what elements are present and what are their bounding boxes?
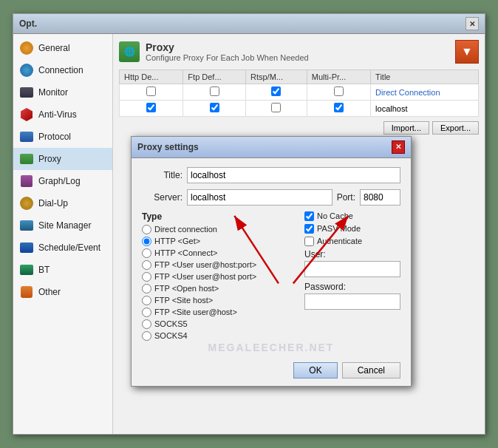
proxy-title-block: Proxy Configure Proxy For Each Job When … bbox=[146, 41, 309, 62]
connection-icon bbox=[19, 63, 34, 78]
row2-ftpdef[interactable] bbox=[183, 101, 246, 117]
radio-socks5-input[interactable] bbox=[142, 319, 151, 329]
cb-pasv: PASV Mode bbox=[304, 224, 400, 234]
radio-direct: Direct connection bbox=[142, 225, 296, 234]
row2-multi-cb[interactable] bbox=[334, 103, 344, 112]
sidebar-label-bt: BT bbox=[38, 265, 50, 275]
type-left: Type Direct connection HTTP <Get> HTTP <… bbox=[142, 211, 296, 343]
port-label: Port: bbox=[337, 192, 355, 203]
radio-ftpopen-input[interactable] bbox=[142, 284, 151, 293]
sidebar-label-graphlog: Graph/Log bbox=[38, 176, 81, 186]
col-title[interactable]: Title bbox=[371, 70, 479, 84]
radio-ftpuserport-label: FTP <User user@host port> bbox=[154, 272, 256, 281]
cb-nocache: No Cache bbox=[304, 211, 400, 221]
col-rtsp[interactable]: Rtsp/M... bbox=[245, 70, 307, 84]
radio-ftpsiteuser-input[interactable] bbox=[142, 308, 151, 317]
modal-title-bar: Proxy settings ✕ bbox=[132, 137, 411, 158]
radio-socks4-input[interactable] bbox=[142, 331, 151, 341]
row1-rtsp-cb[interactable] bbox=[271, 86, 281, 96]
row1-multi[interactable] bbox=[307, 84, 370, 101]
row1-httpde-cb[interactable] bbox=[146, 86, 156, 96]
sidebar-item-connection[interactable]: Connection bbox=[13, 59, 112, 81]
monitor-icon bbox=[19, 85, 34, 100]
radio-ftpuserhost-label: FTP <User user@host:port> bbox=[154, 260, 256, 269]
modal-close-button[interactable]: ✕ bbox=[392, 140, 405, 154]
type-options-area: Type Direct connection HTTP <Get> HTTP <… bbox=[142, 211, 400, 343]
row2-ftpdef-cb[interactable] bbox=[210, 103, 219, 112]
row1-multi-cb[interactable] bbox=[334, 86, 344, 96]
row2-httpde[interactable] bbox=[120, 101, 183, 117]
radio-httpconnect-input[interactable] bbox=[142, 248, 151, 258]
sidebar-label-connection: Connection bbox=[38, 65, 83, 75]
table-row: Direct Connection bbox=[120, 84, 479, 101]
radio-ftpuserport-input[interactable] bbox=[142, 272, 151, 282]
radio-httpconnect-label: HTTP <Connect> bbox=[154, 248, 217, 257]
sidebar-item-protocol[interactable]: Protocol bbox=[13, 126, 112, 148]
radio-socks5: SOCKS5 bbox=[142, 319, 296, 329]
server-field[interactable] bbox=[187, 189, 332, 206]
title-field[interactable] bbox=[187, 167, 400, 183]
radio-ftpuserport: FTP <User user@host port> bbox=[142, 272, 296, 282]
sidebar-item-bt[interactable]: BT bbox=[13, 259, 112, 281]
row2-multi[interactable] bbox=[307, 101, 370, 117]
proxy-settings-modal: Proxy settings ✕ Title: Server: Port: Ty… bbox=[131, 136, 412, 387]
sidebar-item-sitemanager[interactable]: Site Manager bbox=[13, 214, 112, 237]
sidebar-item-antivirus[interactable]: Anti-Virus bbox=[13, 103, 112, 126]
proxy-header: 🌐 Proxy Configure Proxy For Each Job Whe… bbox=[119, 40, 479, 64]
dialup-icon bbox=[19, 196, 34, 211]
export-button[interactable]: Export... bbox=[432, 121, 479, 135]
row1-httpde[interactable] bbox=[120, 84, 183, 101]
radio-ftpuserhost-input[interactable] bbox=[142, 260, 151, 270]
ok-button[interactable]: OK bbox=[293, 362, 337, 379]
port-field[interactable] bbox=[360, 189, 400, 206]
radio-httpget-label: HTTP <Get> bbox=[154, 237, 200, 245]
nocache-checkbox[interactable] bbox=[304, 211, 314, 221]
radio-direct-label: Direct connection bbox=[154, 225, 217, 234]
auth-checkbox[interactable] bbox=[304, 237, 314, 246]
window-close-button[interactable]: ✕ bbox=[465, 17, 479, 30]
row1-ftpdef[interactable] bbox=[183, 84, 246, 101]
sidebar-item-monitor[interactable]: Monitor bbox=[13, 81, 112, 103]
user-field[interactable] bbox=[304, 261, 400, 277]
sidebar-label-proxy: Proxy bbox=[38, 154, 61, 164]
sidebar-item-proxy[interactable]: Proxy bbox=[13, 148, 112, 170]
pasv-checkbox[interactable] bbox=[304, 224, 314, 234]
type-label: Type bbox=[142, 211, 296, 222]
sidebar-item-other[interactable]: Other bbox=[13, 281, 112, 303]
radio-ftpsite-input[interactable] bbox=[142, 296, 151, 305]
row1-rtsp[interactable] bbox=[245, 84, 307, 101]
radio-socks4-label: SOCKS4 bbox=[154, 331, 188, 340]
radio-ftpsiteuser: FTP <Site user@host> bbox=[142, 308, 296, 317]
row2-title[interactable]: localhost bbox=[371, 101, 479, 117]
sidebar-label-sitemanager: Site Manager bbox=[38, 220, 91, 231]
row2-rtsp[interactable] bbox=[245, 101, 307, 117]
password-label: Password: bbox=[304, 282, 400, 292]
proxy-table: Http De... Ftp Def... Rtsp/M... Multi-Pr… bbox=[119, 69, 479, 117]
import-button[interactable]: Import... bbox=[383, 121, 429, 135]
row2-httpde-cb[interactable] bbox=[146, 103, 156, 112]
sidebar-label-protocol: Protocol bbox=[38, 132, 71, 142]
radio-httpget-input[interactable] bbox=[142, 237, 151, 246]
col-ftpdef[interactable]: Ftp Def... bbox=[183, 70, 246, 84]
radio-direct-input[interactable] bbox=[142, 225, 151, 234]
row2-rtsp-cb[interactable] bbox=[271, 103, 281, 112]
radio-ftpsite-label: FTP <Site host> bbox=[154, 296, 213, 305]
col-httpde[interactable]: Http De... bbox=[120, 70, 183, 84]
sidebar-item-schedule[interactable]: Schedule/Event bbox=[13, 237, 112, 259]
cancel-button[interactable]: Cancel bbox=[342, 362, 400, 379]
radio-socks4: SOCKS4 bbox=[142, 331, 296, 341]
sidebar-item-general[interactable]: General bbox=[13, 37, 112, 59]
password-field[interactable] bbox=[304, 293, 400, 310]
proxy-down-arrow-button[interactable]: ▼ bbox=[455, 40, 479, 64]
title-field-label: Title: bbox=[142, 170, 183, 180]
modal-footer: OK Cancel bbox=[132, 358, 411, 386]
sidebar-label-dialup: Dial-Up bbox=[38, 198, 68, 208]
row1-title[interactable]: Direct Connection bbox=[371, 84, 479, 101]
cb-auth: Authenticate bbox=[304, 237, 400, 246]
graphlog-icon bbox=[19, 174, 34, 189]
row1-ftpdef-cb[interactable] bbox=[210, 86, 219, 96]
sidebar-item-dialup[interactable]: Dial-Up bbox=[13, 192, 112, 214]
col-multi[interactable]: Multi-Pr... bbox=[307, 70, 370, 84]
sidebar-item-graphlog[interactable]: Graph/Log bbox=[13, 170, 112, 192]
pasv-label: PASV Mode bbox=[317, 224, 361, 233]
